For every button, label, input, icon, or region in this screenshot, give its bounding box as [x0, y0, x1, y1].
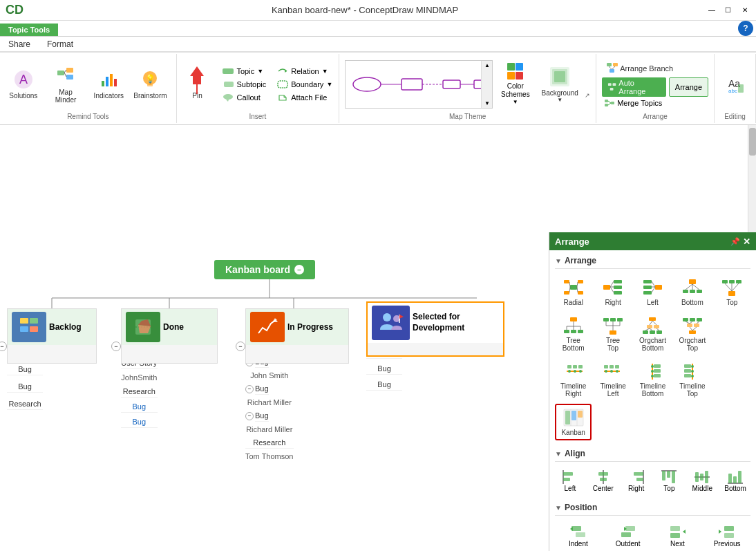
section-collapse-align[interactable]: ▼: [555, 450, 562, 458]
pin-button[interactable]: Pin: [180, 67, 214, 101]
align-center[interactable]: Center: [588, 467, 618, 494]
align-top-icon: [661, 469, 677, 485]
arrange-orgchart-bottom[interactable]: OrgchartBottom: [634, 312, 671, 355]
svg-rect-129: [689, 330, 696, 334]
done-collapse[interactable]: −: [111, 342, 121, 351]
arrange-timeline-bottom[interactable]: TimelineBottom: [634, 358, 671, 401]
theme-scroll-down[interactable]: ▼: [484, 100, 490, 106]
theme-scroll-up[interactable]: ▲: [484, 62, 490, 68]
map-minder-button[interactable]: Map Minder: [44, 64, 88, 105]
ip-bug-circle-2[interactable]: −: [245, 412, 254, 420]
arrange-timeline-right[interactable]: TimelineRight: [555, 358, 592, 401]
maximize-button[interactable]: ☐: [723, 5, 734, 16]
in-progress-card[interactable]: In Progress: [245, 308, 349, 364]
attach-file-icon: [277, 92, 288, 103]
color-schemes-button[interactable]: Color Schemes ▼: [495, 62, 535, 106]
ip-bug-circle-1[interactable]: −: [245, 385, 254, 393]
subtopic-button[interactable]: Subtopic: [220, 78, 269, 91]
arrange-layout-grid: Radial Rig: [555, 274, 750, 440]
indicators-button[interactable]: Indicators: [90, 67, 127, 101]
svg-rect-181: [634, 472, 643, 476]
map-theme-preview[interactable]: ▲ ▼: [345, 60, 493, 109]
arrange-tree-bottom[interactable]: TreeBottom: [555, 312, 592, 355]
svg-rect-120: [650, 330, 655, 334]
previous-button[interactable]: Previous: [703, 521, 750, 550]
align-grid: Left Center: [555, 467, 750, 494]
arrange-left[interactable]: Left: [634, 274, 671, 310]
outdent-button[interactable]: Outdent: [605, 521, 652, 550]
align-bottom[interactable]: Bottom: [720, 467, 750, 494]
arrange-tree-top[interactable]: TreeTop: [594, 312, 631, 355]
arrange-bottom[interactable]: Bottom: [674, 274, 710, 310]
svg-rect-166: [684, 369, 691, 373]
arrange-panel: Arrange 📌 ✕ ▼ Arrange: [549, 232, 756, 551]
callout-button[interactable]: Callout: [220, 91, 269, 104]
attach-file-button[interactable]: Attach File: [274, 91, 335, 104]
close-button[interactable]: ✕: [739, 5, 750, 16]
arrange-branch-button[interactable]: Arrange Branch: [602, 61, 677, 76]
boundary-button[interactable]: Boundary ▼: [274, 78, 335, 91]
svg-line-90: [686, 284, 692, 290]
backlog-collapse[interactable]: −: [0, 342, 7, 351]
arrange-radial[interactable]: Radial: [555, 274, 592, 310]
kanban-root-node: Kanban board −: [214, 260, 315, 279]
svg-rect-119: [643, 330, 648, 334]
align-left[interactable]: Left: [555, 467, 585, 494]
arrange-button[interactable]: Arrange: [669, 77, 708, 97]
arrange-right[interactable]: Right: [594, 274, 631, 310]
topic-button[interactable]: Topic ▼: [220, 65, 269, 77]
align-middle[interactable]: Middle: [687, 467, 717, 494]
done-item-2: Research: [121, 386, 158, 398]
outdent-icon: [618, 523, 638, 540]
arrange-section-header: ▼ Arrange: [555, 256, 750, 269]
minimize-button[interactable]: —: [706, 5, 717, 16]
align-section-title: Align: [565, 449, 585, 458]
svg-line-70: [569, 287, 570, 292]
svg-rect-74: [614, 286, 622, 289]
brainstorm-button[interactable]: 💡 Brainstorm: [130, 67, 171, 101]
arrange-top[interactable]: Top: [714, 274, 750, 310]
svg-line-69: [577, 282, 578, 287]
in-progress-collapse[interactable]: −: [236, 342, 245, 351]
section-collapse-position[interactable]: ▼: [555, 504, 562, 512]
svg-rect-167: [684, 374, 691, 377]
help-button[interactable]: ?: [738, 21, 753, 36]
arrange-kanban[interactable]: Kanban: [555, 404, 592, 440]
svg-rect-133: [687, 324, 692, 327]
sel-item-3: Bug: [366, 363, 402, 375]
background-button[interactable]: Background ▼: [538, 64, 582, 104]
backlog-card[interactable]: Backlog: [7, 308, 97, 364]
svg-rect-75: [614, 291, 622, 295]
arrange-panel-close[interactable]: ✕: [743, 236, 750, 247]
format-tab[interactable]: Format: [44, 38, 76, 50]
solutions-button[interactable]: A Solutions: [6, 67, 41, 101]
ip-sub-3: Richard Miller: [245, 424, 294, 434]
arrange-orgchart-top[interactable]: OrgchartTop: [674, 312, 710, 355]
arrange-timeline-left[interactable]: TimelineLeft: [594, 358, 631, 401]
section-collapse-arrange[interactable]: ▼: [555, 257, 562, 265]
svg-point-21: [353, 77, 381, 91]
svg-line-128: [656, 328, 659, 330]
map-theme-expand[interactable]: ↗: [585, 92, 590, 99]
share-tab[interactable]: Share: [6, 38, 33, 50]
editing-icon: Aa abc: [726, 75, 745, 94]
svg-line-71: [577, 287, 578, 292]
scrollbar-thumb[interactable]: [749, 128, 756, 156]
arrange-timeline-top[interactable]: TimelineTop: [674, 358, 710, 401]
indent-button[interactable]: Indent: [555, 521, 602, 550]
merge-topics-button[interactable]: Merge Topics: [602, 98, 708, 108]
align-right[interactable]: Right: [621, 467, 652, 494]
relation-button[interactable]: Relation ▼: [274, 65, 335, 77]
done-card[interactable]: Done: [121, 308, 218, 364]
arrange-panel-pin[interactable]: 📌: [730, 237, 740, 246]
selected-for-dev-card[interactable]: Selected for Development: [366, 301, 504, 357]
svg-marker-58: [272, 318, 278, 322]
svg-rect-176: [563, 478, 570, 481]
next-button[interactable]: Next: [654, 521, 701, 550]
kanban-root-collapse[interactable]: −: [294, 265, 304, 274]
topic-tools-tab[interactable]: Topic Tools: [0, 24, 58, 36]
done-item-4: Bug: [121, 416, 158, 428]
align-top[interactable]: Top: [654, 467, 684, 494]
auto-arrange-button[interactable]: Auto Arrange: [602, 77, 666, 97]
next-icon: [668, 523, 687, 540]
